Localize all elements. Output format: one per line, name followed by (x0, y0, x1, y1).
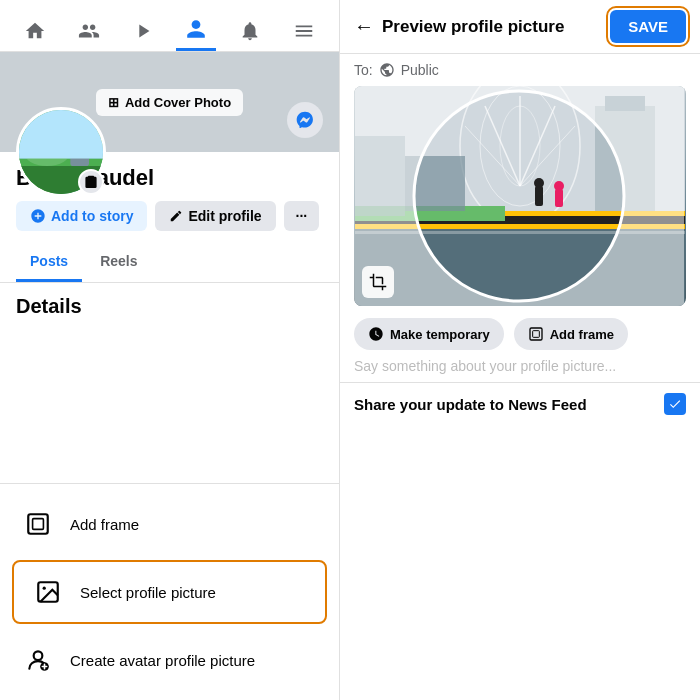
nav-friends-icon[interactable] (69, 11, 109, 51)
tab-reels[interactable]: Reels (86, 243, 151, 282)
left-panel: ⊞ Add Cover Photo (0, 0, 340, 700)
details-title: Details (16, 295, 323, 318)
news-feed-label: Share your update to News Feed (354, 396, 587, 413)
add-to-story-button[interactable]: Add to story (16, 201, 147, 231)
to-label: To: (354, 62, 373, 78)
nav-menu-icon[interactable] (284, 11, 324, 51)
add-to-story-label: Add to story (51, 208, 133, 224)
create-avatar-label: Create avatar profile picture (70, 652, 255, 669)
add-frame-button[interactable]: Add frame (514, 318, 628, 350)
add-frame-label: Add frame (70, 516, 139, 533)
select-profile-picture-label: Select profile picture (80, 584, 216, 601)
sheet-item-create-avatar[interactable]: Create avatar profile picture (0, 628, 339, 692)
to-public-row: To: Public (340, 54, 700, 86)
details-section: Details (0, 283, 339, 318)
circle-clip-overlay (354, 86, 684, 306)
profile-actions: Add to story Edit profile ··· (0, 201, 339, 243)
add-frame-label: Add frame (550, 327, 614, 342)
caption-area[interactable]: Say something about your profile picture… (340, 358, 700, 382)
edit-profile-button[interactable]: Edit profile (155, 201, 275, 231)
edit-profile-label: Edit profile (188, 208, 261, 224)
crop-button[interactable] (362, 266, 394, 298)
bottom-sheet: Add frame Select profile picture Create … (0, 483, 339, 700)
svg-rect-8 (28, 514, 48, 534)
sheet-item-add-frame[interactable]: Add frame (0, 492, 339, 556)
svg-rect-38 (354, 86, 684, 306)
nav-video-icon[interactable] (123, 11, 163, 51)
svg-rect-7 (19, 110, 103, 159)
profile-area: ⊞ Add Cover Photo (0, 52, 339, 483)
image-icon (30, 574, 66, 610)
avatar-icon (20, 642, 56, 678)
camera-badge[interactable] (78, 169, 104, 195)
frame-icon (20, 506, 56, 542)
visibility-label: Public (401, 62, 439, 78)
caption-placeholder: Say something about your profile picture… (354, 358, 616, 374)
picture-preview-bg (354, 86, 686, 306)
more-label: ··· (296, 208, 308, 224)
right-header: ← Preview profile picture SAVE (340, 0, 700, 54)
right-panel: ← Preview profile picture SAVE To: Publi… (340, 0, 700, 700)
make-temporary-button[interactable]: Make temporary (354, 318, 504, 350)
avatar-wrapper (16, 107, 106, 197)
right-header-left: ← Preview profile picture (354, 15, 564, 38)
nav-bell-icon[interactable] (230, 11, 270, 51)
action-row: Make temporary Add frame (340, 306, 700, 358)
save-button[interactable]: SAVE (610, 10, 686, 43)
svg-point-12 (34, 651, 43, 660)
nav-profile-icon[interactable] (176, 11, 216, 51)
more-options-button[interactable]: ··· (284, 201, 320, 231)
svg-rect-41 (532, 331, 539, 338)
nav-home-icon[interactable] (15, 11, 55, 51)
svg-rect-40 (530, 328, 542, 340)
news-feed-checkbox[interactable] (664, 393, 686, 415)
sheet-item-select-profile-picture[interactable]: Select profile picture (12, 560, 327, 624)
tab-posts[interactable]: Posts (16, 243, 82, 282)
make-temporary-label: Make temporary (390, 327, 490, 342)
globe-icon (379, 62, 395, 78)
news-feed-row: Share your update to News Feed (340, 382, 700, 425)
preview-title: Preview profile picture (382, 17, 564, 37)
top-nav (0, 0, 339, 52)
picture-preview-container (354, 86, 686, 306)
back-button[interactable]: ← (354, 15, 374, 38)
profile-tabs: Posts Reels (0, 243, 339, 283)
svg-point-11 (43, 587, 46, 590)
svg-rect-9 (33, 519, 44, 530)
